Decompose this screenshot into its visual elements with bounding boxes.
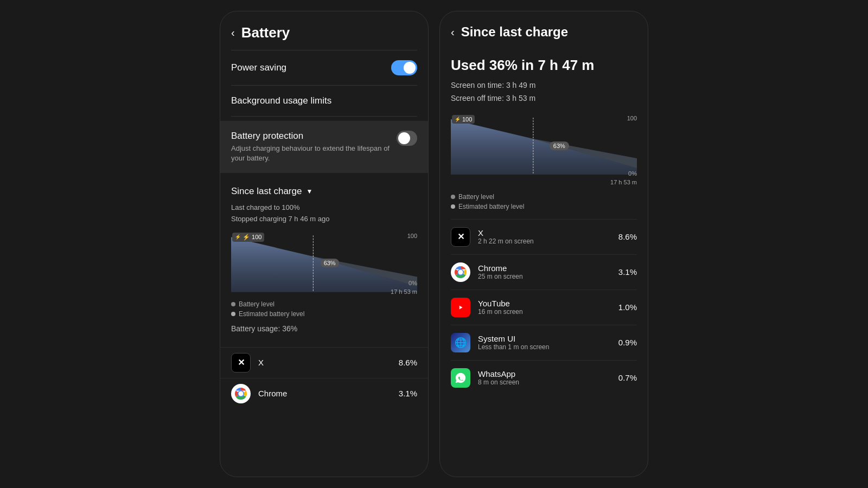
chrome-app-info: Chrome	[258, 389, 391, 398]
svg-point-11	[458, 269, 463, 274]
right-x-icon: ✕	[451, 227, 470, 247]
used-title: Used 36% in 7 h 47 m	[451, 57, 637, 74]
since-info: Last charged to 100% Stopped charging 7 …	[231, 202, 417, 225]
right-app-list: ✕ X 2 h 22 m on screen 8.6%	[451, 219, 637, 395]
right-systemui-pct: 0.9%	[618, 338, 637, 347]
right-legend-label-1: Battery level	[458, 193, 494, 201]
right-systemui-icon: 🌐	[451, 333, 470, 352]
chrome-app-pct: 3.1%	[399, 389, 417, 398]
screen-off-time: Screen off time: 3 h 53 m	[451, 92, 637, 105]
app-row-x[interactable]: ✕ X 8.6%	[220, 347, 428, 378]
background-usage-label: Background usage limits	[231, 95, 331, 106]
right-app-row-x[interactable]: ✕ X 2 h 22 m on screen 8.6%	[451, 219, 637, 254]
chrome-app-icon	[231, 384, 251, 403]
right-youtube-sub: 16 m on screen	[478, 308, 611, 316]
svg-marker-6	[451, 119, 637, 175]
right-x-sub: 2 h 22 m on screen	[478, 237, 611, 245]
right-legend-battery: Battery level	[451, 193, 637, 201]
battery-chart: ⚡ ⚡ 100 100 63% 0% 17 h 53	[231, 233, 417, 295]
legend-label-1: Battery level	[239, 300, 275, 308]
right-whatsapp-sub: 8 m on screen	[478, 378, 611, 386]
screen-times: Screen on time: 3 h 49 m Screen off time…	[451, 79, 637, 105]
right-chart-start-label: ⚡ 100	[452, 115, 475, 124]
power-saving-toggle[interactable]	[391, 60, 417, 75]
right-legend-estimated: Estimated battery level	[451, 203, 637, 210]
chrome-app-name: Chrome	[258, 389, 391, 398]
right-app-row-systemui[interactable]: 🌐 System UI Less than 1 m on screen 0.9%	[451, 325, 637, 360]
power-saving-row[interactable]: Power saving	[220, 50, 428, 85]
right-whatsapp-info: WhatsApp 8 m on screen	[478, 369, 611, 386]
back-button[interactable]: ‹	[231, 27, 235, 39]
right-chart-svg	[451, 115, 637, 177]
chart-right-100: 100	[407, 233, 417, 239]
legend-label-2: Estimated battery level	[239, 310, 304, 318]
battery-usage-title: Battery usage: 36%	[231, 324, 417, 333]
right-chart-tooltip: 63%	[550, 142, 569, 150]
legend-battery-level: Battery level	[231, 300, 417, 308]
right-chart-r100: 100	[627, 115, 637, 121]
x-app-pct: 8.6%	[399, 358, 417, 367]
right-youtube-info: YouTube 16 m on screen	[478, 299, 611, 316]
right-legend-dot-2	[451, 204, 455, 209]
chart-tooltip: 63%	[321, 259, 339, 267]
protection-desc: Adjust charging behaviour to extend the …	[231, 144, 390, 163]
right-x-name: X	[478, 228, 611, 237]
right-whatsapp-name: WhatsApp	[478, 369, 611, 378]
since-title: Since last charge	[231, 186, 302, 197]
protection-title: Battery protection	[231, 131, 390, 142]
right-x-info: X 2 h 22 m on screen	[478, 228, 611, 245]
youtube-svg	[455, 303, 467, 312]
battery-title: Battery	[241, 24, 290, 41]
right-whatsapp-pct: 0.7%	[618, 373, 637, 382]
right-youtube-pct: 1.0%	[618, 303, 637, 312]
right-chart-0: 0%	[628, 170, 637, 177]
power-saving-label: Power saving	[231, 62, 286, 73]
right-app-row-youtube[interactable]: YouTube 16 m on screen 1.0%	[451, 290, 637, 325]
protection-toggle-knob	[398, 132, 410, 144]
right-chrome-info: Chrome 25 m on screen	[478, 264, 611, 280]
right-app-row-chrome[interactable]: Chrome 25 m on screen 3.1%	[451, 254, 637, 290]
right-systemui-info: System UI Less than 1 m on screen	[478, 334, 611, 351]
right-systemui-sub: Less than 1 m on screen	[478, 343, 611, 351]
background-usage-row[interactable]: Background usage limits	[220, 86, 428, 116]
since-charge-title: Since last charge	[461, 24, 568, 40]
chart-start-label: ⚡ ⚡ 100	[232, 233, 264, 242]
legend-dot-1	[231, 302, 235, 306]
lightning-icon: ⚡	[235, 234, 241, 240]
battery-header: ‹ Battery	[220, 11, 428, 50]
since-arrow: ▼	[306, 188, 312, 195]
chart-time-label: 17 h 53 m	[391, 288, 417, 295]
right-chart-legend: Battery level Estimated battery level	[451, 193, 637, 210]
right-legend-label-2: Estimated battery level	[458, 203, 524, 210]
right-app-row-whatsapp[interactable]: WhatsApp 8 m on screen 0.7%	[451, 360, 637, 395]
x-app-info: X	[258, 358, 391, 367]
since-last-charge-section: Since last charge ▼ Last charged to 100%…	[220, 177, 428, 347]
right-chrome-sub: 25 m on screen	[478, 273, 611, 280]
chrome-svg-icon	[231, 384, 251, 403]
right-back-button[interactable]: ‹	[451, 26, 455, 38]
right-battery-chart: ⚡ 100 100 63% 0% 17 h 53 m	[451, 115, 637, 185]
app-row-chrome[interactable]: Chrome 3.1%	[220, 378, 428, 409]
right-content: Used 36% in 7 h 47 m Screen on time: 3 h…	[440, 48, 648, 404]
stopped-charging-text: Stopped charging 7 h 46 m ago	[231, 214, 417, 225]
right-chrome-name: Chrome	[478, 264, 611, 273]
protection-toggle[interactable]	[397, 131, 417, 146]
whatsapp-svg	[455, 372, 467, 384]
legend-dot-2	[231, 312, 235, 316]
protection-text: Battery protection Adjust charging behav…	[231, 131, 390, 163]
right-legend-dot-1	[451, 195, 455, 199]
last-charged-text: Last charged to 100%	[231, 202, 417, 214]
right-chrome-pct: 3.1%	[618, 267, 637, 277]
right-youtube-name: YouTube	[478, 299, 611, 308]
svg-point-5	[239, 391, 244, 396]
right-whatsapp-icon	[451, 368, 470, 388]
chart-legend: Battery level Estimated battery level	[231, 300, 417, 318]
toggle-knob	[404, 62, 416, 74]
since-header: Since last charge ▼	[231, 186, 417, 197]
left-phone: ‹ Battery Power saving Background usage …	[220, 11, 429, 477]
divider-3	[231, 116, 417, 117]
legend-estimated-level: Estimated battery level	[231, 310, 417, 318]
right-chrome-icon	[451, 262, 470, 282]
right-youtube-icon	[451, 298, 470, 317]
screen-on-time: Screen on time: 3 h 49 m	[451, 79, 637, 92]
